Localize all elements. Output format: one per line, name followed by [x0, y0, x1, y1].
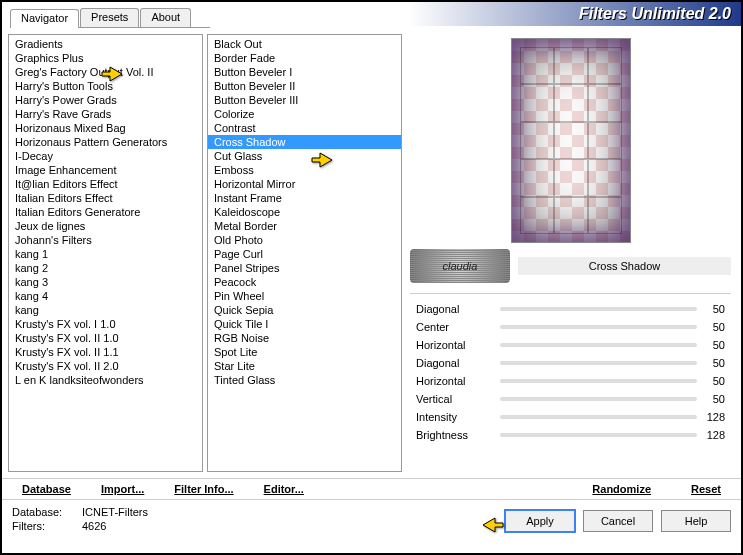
slider-label: Horizontal	[410, 375, 500, 387]
list-item[interactable]: Panel Stripes	[208, 261, 401, 275]
tab-about[interactable]: About	[140, 8, 191, 27]
list-item[interactable]: Peacock	[208, 275, 401, 289]
tab-presets[interactable]: Presets	[80, 8, 139, 27]
tab-navigator[interactable]: Navigator	[10, 9, 79, 28]
slider-row: Center50	[410, 318, 731, 336]
list-item[interactable]: Instant Frame	[208, 191, 401, 205]
slider-track[interactable]	[500, 307, 697, 311]
list-item[interactable]: Button Beveler II	[208, 79, 401, 93]
list-item[interactable]: RGB Noise	[208, 331, 401, 345]
list-item[interactable]: I-Decay	[9, 149, 202, 163]
randomize-button[interactable]: Randomize	[592, 483, 651, 495]
preview-caption: Cross Shadow	[518, 257, 731, 275]
list-item[interactable]: Colorize	[208, 107, 401, 121]
filter-preview	[511, 38, 631, 243]
list-item[interactable]: Krusty's FX vol. II 1.1	[9, 345, 202, 359]
list-item[interactable]: Button Beveler III	[208, 93, 401, 107]
slider-value: 128	[697, 411, 731, 423]
list-item[interactable]: Old Photo	[208, 233, 401, 247]
status-filters-value: 4626	[82, 520, 148, 532]
list-item[interactable]: kang 1	[9, 247, 202, 261]
filter-list[interactable]: Black OutBorder FadeButton Beveler IButt…	[207, 34, 402, 472]
list-item[interactable]: Black Out	[208, 37, 401, 51]
slider-row: Intensity128	[410, 408, 731, 426]
slider-track[interactable]	[500, 361, 697, 365]
list-item[interactable]: Button Beveler I	[208, 65, 401, 79]
list-item[interactable]: L en K landksiteofwonders	[9, 373, 202, 387]
list-item[interactable]: Horizontal Mirror	[208, 177, 401, 191]
list-item[interactable]: Image Enhancement	[9, 163, 202, 177]
slider-label: Intensity	[410, 411, 500, 423]
slider-row: Horizontal50	[410, 372, 731, 390]
apply-button[interactable]: Apply	[505, 510, 575, 532]
list-item[interactable]: Cross Shadow	[208, 135, 401, 149]
slider-track[interactable]	[500, 379, 697, 383]
list-item[interactable]: Krusty's FX vol. I 1.0	[9, 317, 202, 331]
help-button[interactable]: Help	[661, 510, 731, 532]
slider-value: 50	[697, 303, 731, 315]
watermark: claudia	[410, 249, 510, 283]
list-item[interactable]: kang 3	[9, 275, 202, 289]
list-item[interactable]: It@lian Editors Effect	[9, 177, 202, 191]
status-db-label: Database:	[12, 506, 82, 518]
slider-track[interactable]	[500, 397, 697, 401]
list-item[interactable]: kang	[9, 303, 202, 317]
slider-row: Diagonal50	[410, 354, 731, 372]
list-item[interactable]: Harry's Rave Grads	[9, 107, 202, 121]
list-item[interactable]: Horizonaus Pattern Generators	[9, 135, 202, 149]
slider-track[interactable]	[500, 415, 697, 419]
slider-label: Vertical	[410, 393, 500, 405]
list-item[interactable]: Harry's Power Grads	[9, 93, 202, 107]
list-item[interactable]: Krusty's FX vol. II 2.0	[9, 359, 202, 373]
list-item[interactable]: Cut Glass	[208, 149, 401, 163]
import-button[interactable]: Import...	[101, 483, 144, 495]
list-item[interactable]: Greg's Factory Output Vol. II	[9, 65, 202, 79]
window-title: Filters Unlimited 2.0	[579, 5, 731, 23]
filter-info-button[interactable]: Filter Info...	[174, 483, 233, 495]
slider-track[interactable]	[500, 325, 697, 329]
category-list[interactable]: GradientsGraphics PlusGreg's Factory Out…	[8, 34, 203, 472]
parameter-sliders: Diagonal50Center50Horizontal50Diagonal50…	[410, 293, 731, 444]
status-filters-label: Filters:	[12, 520, 82, 532]
list-item[interactable]: Page Curl	[208, 247, 401, 261]
list-item[interactable]: Metal Border	[208, 219, 401, 233]
list-item[interactable]: Quick Tile I	[208, 317, 401, 331]
list-item[interactable]: Tinted Glass	[208, 373, 401, 387]
list-item[interactable]: Gradients	[9, 37, 202, 51]
slider-track[interactable]	[500, 343, 697, 347]
database-button[interactable]: Database	[22, 483, 71, 495]
editor-button[interactable]: Editor...	[264, 483, 304, 495]
list-item[interactable]: Harry's Button Tools	[9, 79, 202, 93]
list-item[interactable]: Border Fade	[208, 51, 401, 65]
list-item[interactable]: Pin Wheel	[208, 289, 401, 303]
list-item[interactable]: Star Lite	[208, 359, 401, 373]
status-area: Database: ICNET-Filters Filters: 4626	[12, 506, 148, 532]
list-item[interactable]: Contrast	[208, 121, 401, 135]
list-item[interactable]: Kaleidoscope	[208, 205, 401, 219]
list-item[interactable]: kang 2	[9, 261, 202, 275]
list-item[interactable]: Johann's Filters	[9, 233, 202, 247]
slider-value: 50	[697, 375, 731, 387]
list-item[interactable]: Krusty's FX vol. II 1.0	[9, 331, 202, 345]
list-item[interactable]: Graphics Plus	[9, 51, 202, 65]
cancel-button[interactable]: Cancel	[583, 510, 653, 532]
list-item[interactable]: Horizonaus Mixed Bag	[9, 121, 202, 135]
slider-value: 50	[697, 393, 731, 405]
list-item[interactable]: kang 4	[9, 289, 202, 303]
slider-label: Center	[410, 321, 500, 333]
list-item[interactable]: Jeux de lignes	[9, 219, 202, 233]
list-item[interactable]: Quick Sepia	[208, 303, 401, 317]
slider-row: Diagonal50	[410, 300, 731, 318]
slider-track[interactable]	[500, 433, 697, 437]
slider-row: Vertical50	[410, 390, 731, 408]
status-db-value: ICNET-Filters	[82, 506, 148, 518]
reset-button[interactable]: Reset	[691, 483, 721, 495]
slider-value: 50	[697, 321, 731, 333]
slider-label: Diagonal	[410, 357, 500, 369]
list-item[interactable]: Italian Editors Generatore	[9, 205, 202, 219]
list-item[interactable]: Italian Editors Effect	[9, 191, 202, 205]
list-item[interactable]: Spot Lite	[208, 345, 401, 359]
list-item[interactable]: Emboss	[208, 163, 401, 177]
slider-value: 128	[697, 429, 731, 441]
slider-row: Brightness128	[410, 426, 731, 444]
